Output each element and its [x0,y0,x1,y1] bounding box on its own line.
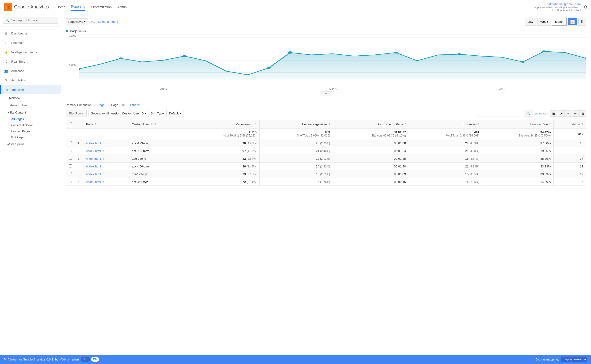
row1-pct-exit: 16 [554,139,586,147]
row2-copy-icon[interactable]: ⧉ [103,150,105,152]
scatter-chart-icon[interactable]: ⠿ [578,18,586,26]
row4-copy-icon[interactable]: ⧉ [103,165,105,168]
row6-checkbox[interactable] [69,180,72,183]
sidebar-item-realtime[interactable]: ⏱ Real-Time [0,57,61,66]
nav-home[interactable]: Home [57,3,65,11]
row5-copy-icon[interactable]: ⧉ [103,173,105,176]
pie-view-btn[interactable]: ◔ [558,110,565,117]
col-custom-user-id: Custom User ID ? [129,120,186,129]
metric-dropdown[interactable]: Pageviews ▾ [66,18,88,25]
row3-num: 3. [75,155,83,162]
sidebar-item-shortcuts[interactable]: ⊟ Shortcuts [0,38,61,47]
row1-upv-val: 25 [316,141,319,145]
sidebar-item-acquisition[interactable]: ⧖ Acquisition [0,76,61,85]
row5-page: /index.html ⧉ [83,170,129,178]
table-search-input[interactable] [477,110,524,117]
display-mapping-select[interactable]: display_name [561,356,587,362]
row6-copy-icon[interactable]: ⧉ [103,181,105,183]
nav-admin[interactable]: Admin [117,3,127,11]
sidebar-item-all-pages[interactable]: All Pages [7,116,61,122]
footer-author[interactable]: @dvdsmpnsn [60,358,79,361]
nav-reporting[interactable]: Reporting [71,3,85,11]
col-page-label: Page [86,123,93,126]
row1-page-link[interactable]: /index.html [86,141,101,145]
row5-entrances: 15 (3.05%) [409,170,482,178]
month-btn[interactable]: Month [552,18,567,26]
row2-page-link[interactable]: /index.html [86,149,101,153]
site-content-submenu: All Pages Content Drilldown Landing Page… [4,116,61,141]
svg-point-11 [267,67,271,69]
nav-customization[interactable]: Customization [91,3,112,11]
sidebar-item-overview[interactable]: Overview [4,94,61,102]
dim-other-btn[interactable]: Other ▾ [130,103,140,107]
comparison-view-btn[interactable]: ⇌ [572,110,579,117]
row5-upv-pct: (2.11%) [320,173,330,176]
plot-rows-button[interactable]: Plot Rows [66,110,86,117]
row5-checkbox[interactable] [69,172,72,175]
footer-title: PII Viewer for Google Analytics 0.0.2 [4,358,53,361]
sidebar-item-intelligence[interactable]: 💡 Intelligence Events [0,47,61,57]
sidebar-item-site-content[interactable]: ▾ Site Content [4,109,61,116]
sidebar-item-exit-pages[interactable]: Exit Pages [7,134,61,141]
sort-arrow-icon: ▾ [179,112,181,115]
col-custom-user-id-label: Custom User ID [132,123,153,126]
row5-page-link[interactable]: /index.html [86,172,101,176]
row2-checkbox[interactable] [69,149,72,152]
search-box[interactable]: 🔍 [3,17,58,24]
summary-br-value: 34.42% [485,130,551,134]
sidebar-item-content-drilldown[interactable]: Content Drilldown [7,122,61,128]
select-metric-link[interactable]: Select a metric [98,20,118,23]
settings-icon[interactable]: ⚙ [584,5,587,10]
sidebar-item-behavior[interactable]: ▦ Behavior [0,85,61,94]
col-pageviews[interactable]: Pageviews ↓ ? [186,120,259,129]
line-chart-icon[interactable]: 📈 [568,18,577,26]
table-view-btn[interactable]: ⊞ [550,110,557,117]
row3-copy-icon[interactable]: ⧉ [103,157,105,160]
summary-bounce-rate: 34.42% Site Avg: 34.25% (0.50%) [482,129,554,139]
sidebar-item-site-speed[interactable]: ▸ Site Speed [4,141,61,148]
dim-page-btn[interactable]: Page [96,103,106,107]
row1-copy-icon[interactable]: ⧉ [103,142,105,145]
select-all-checkbox[interactable] [69,122,72,125]
sidebar-item-landing-pages[interactable]: Landing Pages [7,128,61,134]
row3-page-link[interactable]: /index.html [86,157,101,160]
row1-checkbox[interactable] [69,141,72,144]
row4-ent-val: 21 [465,165,468,168]
sidebar-item-dashboards[interactable]: ⊞ Dashboards [0,29,61,38]
bar-view-btn[interactable]: ≡ [565,110,571,117]
row4-page-link[interactable]: /index.html [86,165,101,168]
toggle-on-btn[interactable]: ON [91,357,99,362]
row5-bounce-rate: 33.33% [482,170,554,178]
row4-checkbox[interactable] [69,164,72,168]
summary-row: 2,315 % of Total: 2.93% (79,133) 853 % o… [66,129,586,139]
col-pct-exit-label: % Exit [572,123,580,126]
search-input[interactable] [11,19,55,22]
svg-point-14 [458,53,461,55]
row2-unique-pv: 21 (2.46%) [259,147,333,155]
row3-checkbox[interactable] [69,157,72,160]
summary-check [66,129,75,139]
sort-dropdown[interactable]: Default ▾ [166,110,184,117]
col-entrances-label: Entrances [463,123,477,126]
summary-ent-value: 491 [412,130,479,134]
row5-upv-val: 18 [316,172,319,176]
expand-chart-btn[interactable]: ▼ [66,91,586,96]
row6-bounce-rate: 14.29% [482,178,554,186]
svg-point-10 [183,55,186,57]
secondary-dim-dropdown[interactable]: Secondary dimension: Custom User ID ▾ [88,110,149,117]
sidebar-item-behavior-flow[interactable]: Behavior Flow [4,102,61,109]
expand-icon[interactable]: ▼ [320,91,332,96]
logo: Google Analytics [4,3,49,11]
row2-user-id: def-789-uvw [129,147,186,155]
advanced-link[interactable]: advanced [535,112,548,115]
day-btn[interactable]: Day [525,18,536,26]
sidebar-item-audience[interactable]: 👥 Audience [0,66,61,76]
week-btn[interactable]: Week [537,18,551,26]
pivot-view-btn[interactable]: ⊟ [579,110,586,117]
table-search-button[interactable]: 🔍 [524,110,533,117]
toggle-off-btn[interactable]: OFF [81,357,90,362]
dim-page-title-btn[interactable]: Page Title [110,103,126,107]
footer-by-label: by [55,358,59,361]
row3-user-id: abc-789-rst [129,155,186,162]
row6-page-link[interactable]: /index.html [86,180,101,184]
